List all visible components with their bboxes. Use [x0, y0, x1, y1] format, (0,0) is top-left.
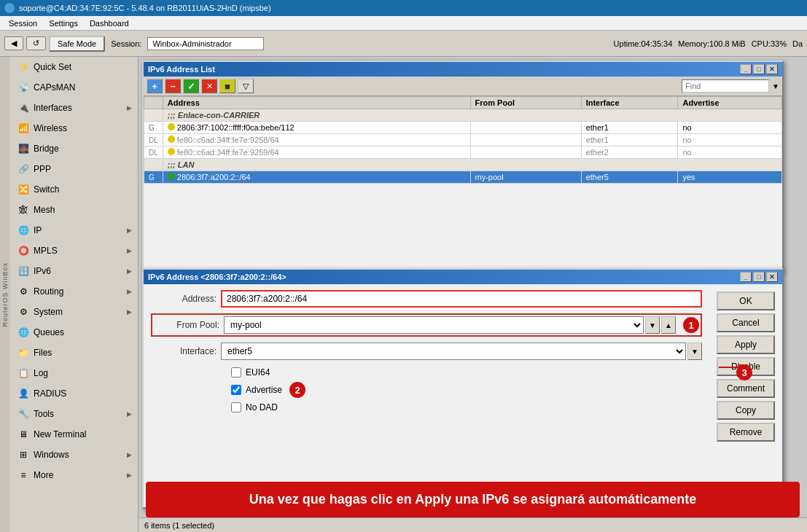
ipv6-dialog: IPv6 Address <2806:3f7:a200:2::/64> _ □ …	[142, 268, 784, 509]
interface-select[interactable]: ether5	[221, 343, 686, 360]
red-banner-text: Una vez que hagas clic en Apply una IPv6…	[249, 492, 697, 506]
sidebar-item-ipv6[interactable]: 🔢 IPv6	[10, 261, 138, 281]
ok-button[interactable]: OK	[717, 292, 775, 310]
capsman-icon: 📡	[17, 82, 29, 93]
table-row[interactable]: G 2806:3f7:a200:2::/64 my-pool ether5 ye…	[144, 171, 782, 184]
sidebar-item-new-terminal[interactable]: 🖥 New Terminal	[10, 424, 138, 445]
add-button[interactable]: +	[147, 79, 163, 93]
iface-cell: ether2	[581, 146, 678, 159]
address-cell: 2806:3f7:1002::ffff:f0ca:bebe/112	[163, 122, 470, 134]
menu-session[interactable]: Session	[3, 19, 43, 28]
sidebar-item-queues[interactable]: 🌐 Queues	[10, 322, 138, 343]
sidebar-item-bridge[interactable]: 🌉 Bridge	[10, 138, 138, 159]
from-pool-up[interactable]: ▲	[661, 316, 676, 334]
sidebar-item-interfaces[interactable]: 🔌 Interfaces	[10, 98, 138, 118]
interfaces-icon: 🔌	[17, 102, 29, 114]
sidebar-item-switch[interactable]: 🔀 Switch	[10, 179, 138, 200]
advertise-checkbox[interactable]	[231, 385, 241, 395]
from-pool-row: From Pool: my-pool ▼ ▲ 1	[151, 313, 702, 337]
find-input[interactable]	[682, 79, 769, 93]
dialog-maximize[interactable]: □	[753, 272, 765, 282]
no-dad-row: No DAD	[231, 402, 695, 412]
sidebar-item-files[interactable]: 📁 Files	[10, 343, 138, 363]
sidebar-item-wireless[interactable]: 📶 Wireless	[10, 118, 138, 138]
pool-cell	[470, 146, 581, 159]
minimize-button[interactable]: _	[740, 64, 752, 74]
adv-cell: no	[678, 122, 782, 134]
ipv6-table: Address From Pool Interface Advertise ;;…	[144, 96, 782, 184]
table-row[interactable]: DL fe80::c6ad:34ff:fe7e:9258/64 ether1 n…	[144, 134, 782, 146]
sidebar-item-tools[interactable]: 🔧 Tools	[10, 404, 138, 424]
cancel-button[interactable]: Cancel	[717, 313, 775, 332]
table-row[interactable]: ;;; LAN	[144, 159, 782, 171]
sidebar-item-ppp[interactable]: 🔗 PPP	[10, 159, 138, 179]
tools-icon: 🔧	[17, 408, 29, 420]
apply-button[interactable]: Apply	[717, 335, 775, 354]
adv-cell: no	[678, 146, 782, 159]
toolbar: ◀ ↺ Safe Mode Session: Winbox-Administra…	[0, 31, 807, 57]
close-button[interactable]: ✕	[766, 64, 778, 74]
menu-bar: Session Settings Dashboard	[0, 16, 807, 31]
circle-3: 3	[736, 364, 752, 380]
address-input[interactable]	[221, 290, 702, 308]
disable-button[interactable]: ✕	[201, 79, 217, 93]
red-banner: Una vez que hagas clic en Apply una IPv6…	[146, 482, 800, 517]
dialog-title-bar: IPv6 Address <2806:3f7:a200:2::/64> _ □ …	[144, 270, 782, 284]
find-dropdown[interactable]: ▼	[772, 82, 779, 90]
no-dad-label: No DAD	[246, 402, 278, 412]
from-pool-select-row: my-pool ▼ ▲	[224, 316, 676, 334]
sidebar-item-log[interactable]: 📋 Log	[10, 363, 138, 383]
enable-button[interactable]: ✓	[183, 79, 199, 93]
from-pool-dropdown[interactable]: ▼	[645, 316, 660, 334]
table-row[interactable]: DL fe80::c6ad:34ff:fe7e:9259/64 ether2 n…	[144, 146, 782, 159]
remove-button[interactable]: Remove	[717, 423, 775, 442]
remove-button[interactable]: −	[165, 79, 181, 93]
adv-cell: no	[678, 134, 782, 146]
bridge-icon: 🌉	[17, 143, 29, 154]
sidebar-item-capsman[interactable]: 📡 CAPsMAN	[10, 77, 138, 98]
table-row[interactable]: G 2806:3f7:1002::ffff:f0ca:bebe/112 ethe…	[144, 122, 782, 134]
sidebar-item-quick-set[interactable]: ⚡ Quick Set	[10, 57, 138, 77]
menu-dashboard[interactable]: Dashboard	[84, 19, 135, 28]
wireless-icon: 📶	[17, 122, 29, 134]
app-icon	[4, 3, 15, 13]
filter-button[interactable]: ▽	[238, 79, 254, 93]
safe-mode-button[interactable]: Safe Mode	[49, 36, 105, 52]
advertise-row: Advertise 2	[231, 382, 695, 398]
forward-button[interactable]: ↺	[26, 36, 46, 50]
menu-settings[interactable]: Settings	[43, 19, 84, 28]
status-top: Uptime:04:35:34 Memory:100.8 MiB CPU:33%…	[614, 39, 803, 48]
no-dad-checkbox[interactable]	[231, 402, 241, 412]
sidebar-item-mesh[interactable]: 🕸 Mesh	[10, 200, 138, 220]
maximize-button[interactable]: □	[753, 64, 765, 74]
flag-cell: DL	[144, 134, 163, 146]
reset-button[interactable]: ■	[219, 79, 235, 93]
mesh-icon: 🕸	[17, 204, 29, 216]
advertise-label: Advertise	[246, 385, 282, 395]
sidebar-item-ip[interactable]: 🌐 IP	[10, 220, 138, 240]
sidebar-item-system[interactable]: ⚙ System	[10, 302, 138, 322]
eui64-checkbox[interactable]	[231, 367, 241, 378]
window-controls: _ □ ✕	[740, 64, 778, 74]
copy-button[interactable]: Copy	[717, 401, 775, 420]
comment-button[interactable]: Comment	[717, 379, 775, 398]
flag-cell: G	[144, 171, 163, 184]
uptime-label: Uptime:04:35:34	[614, 39, 673, 48]
from-pool-select[interactable]: my-pool	[224, 316, 644, 334]
dialog-minimize[interactable]: _	[740, 272, 752, 282]
status-bar: 6 items (1 selected)	[139, 517, 807, 532]
interface-dropdown[interactable]: ▼	[687, 343, 702, 360]
sidebar-item-radius[interactable]: 👤 RADIUS	[10, 383, 138, 404]
sidebar-item-windows[interactable]: ⊞ Windows	[10, 445, 138, 465]
eui64-row: EUI64	[231, 367, 695, 378]
sidebar-item-more[interactable]: ≡ More	[10, 465, 138, 485]
sidebar: RouterOS WinBox ⚡ Quick Set 📡 CAPsMAN 🔌 …	[0, 57, 139, 532]
table-row[interactable]: ;;; Enlace-con-CARRIER	[144, 109, 782, 122]
sidebar-item-mpls[interactable]: ⭕ MPLS	[10, 240, 138, 261]
sidebar-item-routing[interactable]: ⚙ Routing	[10, 281, 138, 302]
session-label: Session:	[111, 39, 141, 48]
switch-icon: 🔀	[17, 184, 29, 195]
dialog-close[interactable]: ✕	[766, 272, 778, 282]
ipv6-icon: 🔢	[17, 265, 29, 277]
back-button[interactable]: ◀	[4, 36, 23, 50]
